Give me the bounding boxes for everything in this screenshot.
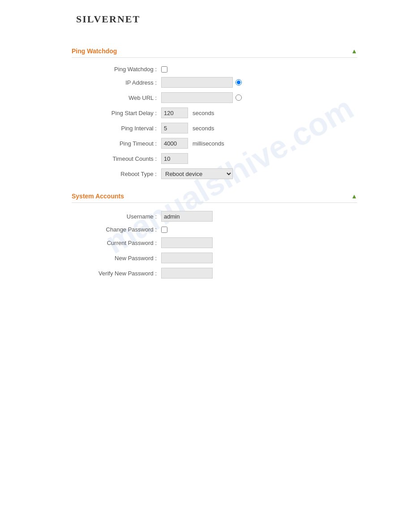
ip-address-control [161, 77, 242, 88]
ping-start-delay-label: Ping Start Delay : [72, 110, 161, 116]
ping-watchdog-row: Ping Watchdog : [72, 66, 357, 73]
username-input[interactable] [161, 211, 213, 222]
current-password-label: Current Password : [72, 240, 161, 246]
change-password-checkbox[interactable] [161, 227, 167, 233]
system-accounts-title: System Accounts [72, 193, 124, 200]
ping-timeout-label: Ping Timeout : [72, 140, 161, 147]
reboot-type-label: Reboot Type : [72, 171, 161, 177]
change-password-control [161, 227, 167, 233]
new-password-label: New Password : [72, 255, 161, 262]
new-password-row: New Password : [72, 253, 357, 263]
reboot-type-select[interactable]: Reboot device Restart service [161, 168, 233, 179]
ip-address-row: IP Address : [72, 77, 357, 88]
current-password-row: Current Password : [72, 237, 357, 248]
ping-watchdog-label: Ping Watchdog : [72, 66, 161, 73]
brand-logo: SilverNet [0, 0, 411, 34]
ping-watchdog-collapse-icon[interactable]: ▲ [351, 47, 357, 55]
ip-address-input[interactable] [161, 77, 233, 88]
ping-watchdog-control [161, 66, 167, 73]
username-label: Username : [72, 213, 161, 220]
ping-timeout-unit: milliseconds [193, 140, 224, 147]
ping-interval-label: Ping Interval : [72, 125, 161, 132]
ping-start-delay-unit: seconds [193, 110, 214, 116]
verify-new-password-control [161, 268, 213, 279]
username-control [161, 211, 213, 222]
ping-interval-unit: seconds [193, 125, 214, 132]
web-url-control [161, 92, 242, 103]
ping-timeout-input[interactable] [161, 138, 188, 149]
current-password-control [161, 237, 213, 248]
new-password-input[interactable] [161, 253, 213, 263]
web-url-row: Web URL : [72, 92, 357, 103]
new-password-control [161, 253, 213, 263]
ip-address-label: IP Address : [72, 79, 161, 86]
timeout-counts-control [161, 153, 188, 164]
ping-interval-input[interactable] [161, 123, 188, 133]
reboot-type-control: Reboot device Restart service [161, 168, 233, 179]
ping-interval-row: Ping Interval : seconds [72, 123, 357, 133]
verify-new-password-input[interactable] [161, 268, 213, 279]
timeout-counts-row: Timeout Counts : [72, 153, 357, 164]
reboot-type-row: Reboot Type : Reboot device Restart serv… [72, 168, 357, 179]
ping-timeout-row: Ping Timeout : milliseconds [72, 138, 357, 149]
verify-new-password-label: Verify New Password : [72, 270, 161, 277]
ping-timeout-control: milliseconds [161, 138, 224, 149]
change-password-row: Change Password : [72, 226, 357, 233]
ping-watchdog-section: Ping Watchdog ▲ Ping Watchdog : IP Addre… [72, 47, 357, 179]
system-accounts-header: System Accounts ▲ [72, 193, 357, 203]
system-accounts-section: System Accounts ▲ Username : Change Pass… [72, 193, 357, 279]
verify-new-password-row: Verify New Password : [72, 268, 357, 279]
ping-watchdog-header: Ping Watchdog ▲ [72, 47, 357, 58]
ping-watchdog-checkbox[interactable] [161, 66, 167, 73]
timeout-counts-input[interactable] [161, 153, 188, 164]
web-url-input[interactable] [161, 92, 233, 103]
timeout-counts-label: Timeout Counts : [72, 155, 161, 162]
ip-address-radio[interactable] [235, 79, 242, 86]
web-url-label: Web URL : [72, 94, 161, 101]
system-accounts-collapse-icon[interactable]: ▲ [351, 193, 357, 200]
current-password-input[interactable] [161, 237, 213, 248]
ping-watchdog-title: Ping Watchdog [72, 47, 117, 55]
username-row: Username : [72, 211, 357, 222]
change-password-label: Change Password : [72, 226, 161, 233]
ping-start-delay-control: seconds [161, 107, 214, 118]
ping-start-delay-row: Ping Start Delay : seconds [72, 107, 357, 118]
web-url-radio[interactable] [235, 94, 242, 101]
ping-interval-control: seconds [161, 123, 214, 133]
ping-start-delay-input[interactable] [161, 107, 188, 118]
